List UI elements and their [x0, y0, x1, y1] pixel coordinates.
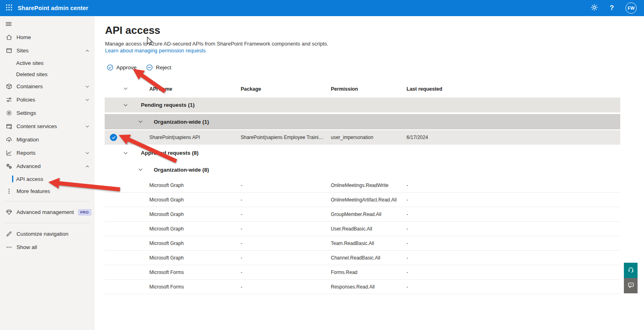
sidebar-item-show-all[interactable]: Show all	[0, 241, 95, 254]
chevron-up-icon	[85, 48, 90, 53]
api-name-cell: Microsoft Graph	[149, 212, 241, 217]
gear-icon	[6, 110, 12, 116]
learn-more-link[interactable]: Learn about managing permission requests	[105, 48, 206, 54]
sidebar-item-label: Deleted sites	[16, 71, 47, 77]
column-header-api-name[interactable]: API name	[149, 86, 241, 92]
hamburger-icon	[5, 21, 12, 29]
help-button[interactable]: ?	[608, 4, 616, 12]
package-cell: -	[241, 197, 331, 203]
column-header-permission[interactable]: Permission	[331, 86, 407, 92]
waffle-icon	[6, 4, 12, 12]
policies-icon	[6, 96, 12, 103]
api-name-cell: Microsoft Graph	[149, 255, 241, 261]
permission-cell: Team.ReadBasic.All	[331, 241, 407, 246]
package-cell: -	[241, 270, 331, 275]
group-row[interactable]: Approved requests (8)	[105, 145, 620, 160]
chevron-down-icon	[85, 84, 90, 89]
ellipsis-icon	[6, 244, 12, 251]
table-row[interactable]: Microsoft Forms-Forms.Read-	[105, 265, 620, 280]
sidebar-item-customize-navigation[interactable]: Customize navigation	[0, 227, 95, 241]
group-label: Organization-wide (8)	[154, 167, 209, 173]
page-description: Manage access to Azure AD-secured APIs f…	[105, 41, 328, 47]
group-row[interactable]: Organization-wide (1)	[105, 114, 620, 129]
sidebar-item-policies[interactable]: Policies	[0, 93, 95, 106]
feedback-button[interactable]	[624, 278, 638, 293]
page-title: API access	[105, 24, 160, 37]
api-name-cell: Microsoft Forms	[149, 270, 241, 275]
api-name-cell: Microsoft Forms	[149, 284, 241, 290]
sidebar-item-label: Show all	[17, 244, 37, 250]
api-name-cell: SharePoint|sapiens API	[149, 135, 241, 140]
sidebar-item-reports[interactable]: Reports	[0, 146, 95, 160]
sidebar-item-label: More features	[17, 188, 50, 194]
api-requests-table: API name Package Permission Last request…	[105, 82, 620, 294]
package-cell: -	[241, 212, 331, 217]
app-title: SharePoint admin center	[18, 5, 88, 11]
package-cell: -	[241, 284, 331, 290]
table-row[interactable]: Microsoft Graph-Channel.ReadBasic.All-	[105, 251, 620, 265]
approve-circle-check-icon	[107, 64, 114, 71]
table-row[interactable]: Microsoft Graph-GroupMember.Read.All-	[105, 207, 620, 222]
main-content: API access Manage access to Azure AD-sec…	[95, 16, 644, 330]
selected-checkbox[interactable]	[110, 134, 117, 141]
package-cell: -	[241, 255, 331, 261]
collapse-all-chevron-icon[interactable]	[123, 86, 128, 91]
api-name-cell: Microsoft Graph	[149, 183, 241, 188]
table-row[interactable]: SharePoint|sapiens APISharePoint|sapiens…	[105, 130, 620, 145]
collapse-nav-button[interactable]	[0, 19, 95, 31]
table-row[interactable]: Microsoft Graph-Team.ReadBasic.All-	[105, 236, 620, 251]
sidebar-item-content-services[interactable]: Content services	[0, 120, 95, 133]
package-cell: -	[241, 226, 331, 232]
sidebar-item-advanced[interactable]: Advanced	[0, 160, 95, 173]
table-row[interactable]: Microsoft Graph-OnlineMeetingArtifact.Re…	[105, 193, 620, 207]
last-requested-cell: -	[407, 183, 620, 188]
content-services-icon	[6, 123, 12, 130]
approve-button[interactable]: Approve	[105, 63, 138, 72]
column-header-last-requested[interactable]: Last requested	[407, 86, 620, 92]
pencil-icon	[6, 230, 12, 237]
last-requested-cell: -	[407, 284, 620, 290]
last-requested-cell: -	[407, 270, 620, 275]
migration-icon	[6, 136, 12, 143]
settings-gear-button[interactable]	[590, 4, 598, 12]
table-row[interactable]: Microsoft Graph-User.ReadBasic.All-	[105, 222, 620, 236]
support-button[interactable]	[624, 263, 638, 278]
reject-button[interactable]: Reject	[144, 63, 173, 72]
reject-label: Reject	[156, 64, 171, 71]
sidebar-item-home[interactable]: Home	[0, 31, 95, 44]
group-row[interactable]: Pending requests (1)	[105, 98, 620, 112]
column-header-package[interactable]: Package	[241, 86, 331, 92]
reports-icon	[6, 149, 12, 156]
sidebar-item-api-access[interactable]: API access	[0, 173, 95, 185]
sidebar-item-containers[interactable]: Containers	[0, 80, 95, 93]
chevron-up-icon	[85, 164, 90, 169]
permission-cell: user_impersonation	[331, 135, 407, 140]
sidebar-item-advanced-management[interactable]: Advanced managementPRO	[0, 205, 95, 219]
reject-blocked-icon	[146, 64, 153, 71]
api-name-cell: Microsoft Graph	[149, 241, 241, 246]
api-name-cell: Microsoft Graph	[149, 226, 241, 232]
sidebar-item-sites[interactable]: Sites	[0, 44, 95, 57]
sidebar-item-settings[interactable]: Settings	[0, 106, 95, 120]
sidebar-item-active-sites[interactable]: Active sites	[0, 57, 95, 68]
sidebar-divider	[5, 201, 90, 201]
diamond-icon	[6, 209, 12, 216]
sites-icon	[6, 47, 12, 54]
table-row[interactable]: Microsoft Forms-Responses.Read.All-	[105, 280, 620, 294]
package-cell: -	[241, 183, 331, 188]
approve-label: Approve	[116, 64, 136, 71]
sidebar-item-deleted-sites[interactable]: Deleted sites	[0, 68, 95, 80]
sidebar-item-migration[interactable]: Migration	[0, 133, 95, 146]
account-avatar[interactable]: FW	[625, 2, 637, 14]
table-row[interactable]: Microsoft Graph-OnlineMeetings.ReadWrite…	[105, 178, 620, 193]
chevron-down-icon	[123, 102, 128, 108]
sidebar-item-label: Settings	[17, 110, 36, 116]
group-row[interactable]: Organization-wide (8)	[105, 162, 620, 177]
sidebar-item-more-features[interactable]: More features	[0, 185, 95, 197]
last-requested-cell: 6/17/2024	[407, 135, 620, 140]
headset-icon	[627, 266, 634, 275]
chevron-down-icon	[138, 167, 143, 172]
sidebar-item-label: Reports	[17, 150, 35, 156]
app-launcher-button[interactable]	[0, 0, 18, 16]
sidebar-item-label: Policies	[17, 97, 35, 103]
